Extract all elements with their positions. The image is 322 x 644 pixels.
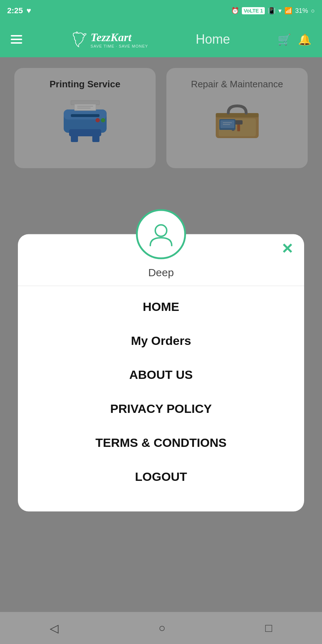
logo-wrapper: TezzKart SAVE TIME · SAVE MONEY — [70, 30, 148, 48]
menu-item-terms[interactable]: TERMS & CONDTIONS — [18, 426, 304, 460]
status-time-section: 2:25 ♥ — [7, 6, 31, 15]
logo-text: TezzKart — [91, 31, 131, 44]
menu-item-privacy-policy[interactable]: PRIVACY POLICY — [18, 392, 304, 426]
menu-item-logout[interactable]: LOGOUT — [18, 460, 304, 494]
signal-icon: 📶 — [284, 7, 292, 15]
status-bar: 2:25 ♥ ⏰ VoLTE 1 📳 ▾ 📶 31% ○ — [0, 0, 322, 21]
menu-item-about-us[interactable]: ABOUT US — [18, 358, 304, 392]
status-icons: ⏰ VoLTE 1 📳 ▾ 📶 31% ○ — [231, 7, 315, 15]
battery-icon: ○ — [311, 7, 315, 15]
avatar-wrapper — [18, 209, 304, 259]
cart-icon[interactable]: 🛒 — [278, 33, 291, 46]
hamburger-menu[interactable] — [11, 35, 22, 44]
user-menu-modal: ✕ Deep HOMEMy OrdersABOUT USPRIVACY POLI… — [18, 234, 304, 512]
user-avatar-icon — [147, 220, 175, 249]
avatar-circle — [136, 209, 186, 259]
wifi-icon: ▾ — [278, 7, 282, 15]
header-title: Home — [196, 32, 230, 47]
logo-horse-icon — [70, 30, 88, 48]
alarm-icon: ⏰ — [231, 7, 239, 15]
menu-item-my-orders[interactable]: My Orders — [18, 324, 304, 358]
svg-point-23 — [155, 225, 167, 236]
volte-badge: VoLTE 1 — [242, 7, 265, 14]
user-display-name: Deep — [18, 267, 304, 279]
battery-percent: 31% — [295, 7, 308, 15]
status-time: 2:25 — [7, 6, 23, 15]
logo-tagline: SAVE TIME · SAVE MONEY — [91, 44, 148, 48]
heart-icon: ♥ — [26, 6, 31, 15]
menu-item-home[interactable]: HOME — [18, 290, 304, 324]
header-action-icons: 🛒 🔔 — [278, 33, 311, 46]
app-header: TezzKart SAVE TIME · SAVE MONEY Home 🛒 🔔 — [0, 21, 322, 57]
notification-icon[interactable]: 🔔 — [298, 33, 311, 46]
menu-items-list: HOMEMy OrdersABOUT USPRIVACY POLICYTERMS… — [18, 290, 304, 494]
background-content: Printing Service — [0, 57, 322, 644]
modal-close-button[interactable]: ✕ — [281, 241, 293, 256]
vibrate-icon: 📳 — [268, 7, 275, 15]
modal-divider — [18, 286, 304, 286]
header-logo: TezzKart SAVE TIME · SAVE MONEY — [91, 31, 148, 48]
